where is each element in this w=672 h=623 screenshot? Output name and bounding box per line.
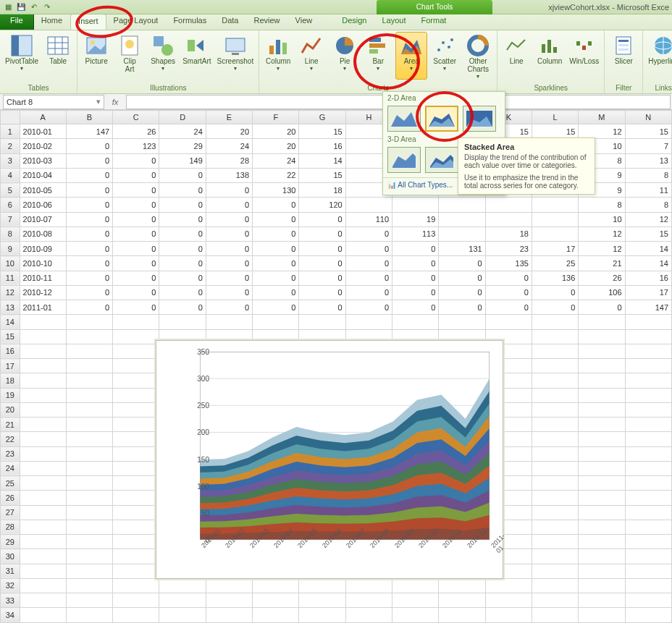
row-header-8[interactable]: 8 <box>1 226 20 241</box>
cell-A14[interactable] <box>20 315 66 329</box>
cell-B4[interactable]: 0 <box>66 168 112 182</box>
cell-M12[interactable]: 106 <box>579 285 625 300</box>
cell-A5[interactable]: 2010-05 <box>20 183 66 198</box>
cell-B34[interactable] <box>66 608 112 623</box>
sparkline-winloss-button[interactable]: Win/Loss <box>567 32 601 80</box>
cell-L25[interactable] <box>532 476 578 491</box>
cell-J34[interactable] <box>439 608 485 623</box>
cell-A4[interactable]: 2010-04 <box>20 168 66 182</box>
cell-D12[interactable]: 0 <box>159 285 206 300</box>
cell-B2[interactable]: 0 <box>66 139 112 153</box>
cell-B32[interactable] <box>66 578 112 593</box>
cell-D13[interactable]: 0 <box>159 300 206 315</box>
cell-D6[interactable]: 0 <box>159 198 206 212</box>
cell-J8[interactable] <box>439 226 485 241</box>
cell-E12[interactable]: 0 <box>206 285 252 300</box>
cell-B15[interactable] <box>66 329 112 344</box>
cell-A25[interactable] <box>20 476 66 491</box>
cell-B1[interactable]: 147 <box>66 124 112 139</box>
cell-L15[interactable] <box>532 329 578 344</box>
cell-G33[interactable] <box>299 593 345 608</box>
cell-F7[interactable]: 0 <box>253 212 299 226</box>
cell-K32[interactable] <box>485 578 532 593</box>
cell-N9[interactable]: 14 <box>625 242 671 256</box>
cell-G6[interactable]: 120 <box>299 198 345 212</box>
cell-C17[interactable] <box>113 359 159 373</box>
cell-C24[interactable] <box>113 461 159 475</box>
cell-M20[interactable] <box>579 402 625 417</box>
row-header-6[interactable]: 6 <box>1 198 20 212</box>
cell-M28[interactable] <box>579 520 625 534</box>
row-header-12[interactable]: 12 <box>1 285 20 300</box>
cell-B14[interactable] <box>66 315 112 329</box>
cell-E2[interactable]: 24 <box>206 139 252 153</box>
row-header-11[interactable]: 11 <box>1 271 20 285</box>
cell-J6[interactable] <box>439 198 485 212</box>
cell-A29[interactable] <box>20 535 66 549</box>
cell-C9[interactable]: 0 <box>113 242 159 256</box>
cell-K34[interactable] <box>485 608 532 623</box>
cell-K8[interactable]: 18 <box>485 226 532 241</box>
cell-M18[interactable] <box>579 373 625 388</box>
pie-chart-button[interactable]: Pie▾ <box>329 32 361 80</box>
name-box[interactable]: Chart 8 ▾ <box>3 95 104 109</box>
cell-N10[interactable]: 14 <box>625 256 671 271</box>
cell-A11[interactable]: 2010-11 <box>20 271 66 285</box>
redo-icon[interactable]: ↷ <box>42 2 52 12</box>
cell-M34[interactable] <box>579 608 625 623</box>
cell-K13[interactable]: 0 <box>485 300 532 315</box>
column-chart-button[interactable]: Column▾ <box>262 32 294 80</box>
cell-C15[interactable] <box>113 329 159 344</box>
cell-K6[interactable] <box>485 198 532 212</box>
cell-N21[interactable] <box>625 418 671 432</box>
cell-G34[interactable] <box>299 608 345 623</box>
cell-F13[interactable]: 0 <box>253 300 299 315</box>
cell-L21[interactable] <box>532 418 578 432</box>
cell-C21[interactable] <box>113 418 159 432</box>
cell-F33[interactable] <box>253 593 299 608</box>
cell-A24[interactable] <box>20 461 66 475</box>
tab-formulas[interactable]: Formulas <box>166 14 214 30</box>
cell-B5[interactable]: 0 <box>66 183 112 198</box>
cell-N19[interactable] <box>625 388 671 402</box>
cell-E33[interactable] <box>206 593 252 608</box>
cell-D14[interactable] <box>159 315 206 329</box>
cell-L24[interactable] <box>532 461 578 475</box>
cell-M15[interactable] <box>579 329 625 344</box>
cell-B12[interactable]: 0 <box>66 285 112 300</box>
cell-C20[interactable] <box>113 402 159 417</box>
cell-B29[interactable] <box>66 535 112 549</box>
cell-A16[interactable] <box>20 344 66 358</box>
row-header-16[interactable]: 16 <box>1 344 20 358</box>
cell-C29[interactable] <box>113 535 159 549</box>
cell-L28[interactable] <box>532 520 578 534</box>
cell-C18[interactable] <box>113 373 159 388</box>
cell-M31[interactable] <box>579 564 625 578</box>
cell-C2[interactable]: 123 <box>113 139 159 153</box>
cell-G3[interactable]: 14 <box>299 153 345 168</box>
cell-F10[interactable]: 0 <box>253 256 299 271</box>
cell-K12[interactable]: 0 <box>485 285 532 300</box>
cell-E11[interactable]: 0 <box>206 271 252 285</box>
cell-I6[interactable] <box>392 198 439 212</box>
cell-N14[interactable] <box>625 315 671 329</box>
cell-B25[interactable] <box>66 476 112 491</box>
tab-page-layout[interactable]: Page Layout <box>106 14 167 30</box>
cell-F32[interactable] <box>253 578 299 593</box>
row-header-2[interactable]: 2 <box>1 139 20 153</box>
cell-A7[interactable]: 2010-07 <box>20 212 66 226</box>
cell-J14[interactable] <box>439 315 485 329</box>
cell-L12[interactable]: 0 <box>532 285 578 300</box>
cell-A30[interactable] <box>20 549 66 564</box>
cell-M22[interactable] <box>579 432 625 446</box>
area-option-100-stacked-area[interactable] <box>463 106 496 132</box>
cell-M30[interactable] <box>579 549 625 564</box>
tab-file[interactable]: File <box>0 14 34 30</box>
cell-E32[interactable] <box>206 578 252 593</box>
cell-D4[interactable]: 0 <box>159 168 206 182</box>
cell-G13[interactable]: 0 <box>299 300 345 315</box>
cell-N23[interactable] <box>625 446 671 461</box>
cell-A2[interactable]: 2010-02 <box>20 139 66 153</box>
cell-H8[interactable]: 0 <box>345 226 392 241</box>
cell-M32[interactable] <box>579 578 625 593</box>
